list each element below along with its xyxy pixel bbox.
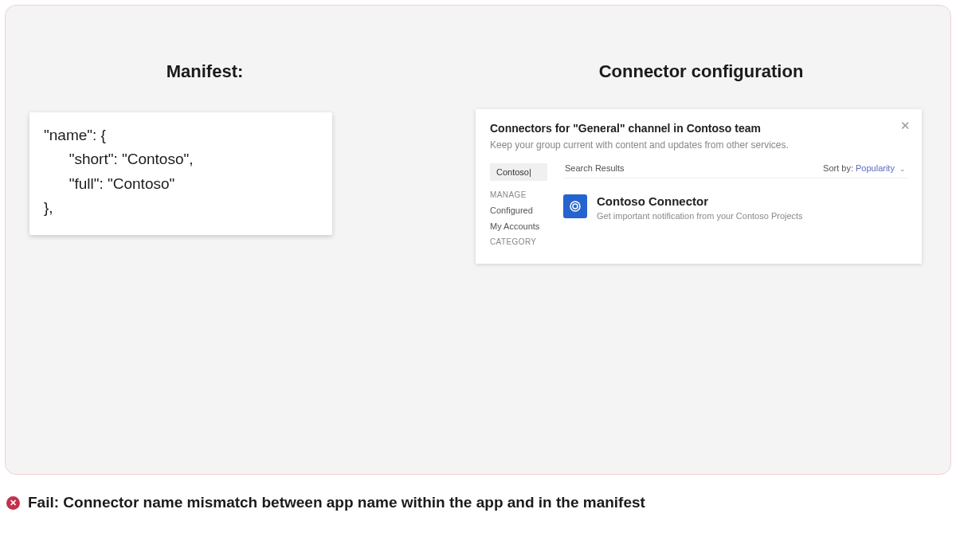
connector-dialog: ✕ Connectors for "General" channel in Co… xyxy=(476,109,922,264)
connector-result-text: Contoso Connector Get important notifica… xyxy=(597,194,803,221)
dialog-sidebar: Contoso| MANAGE Configured My Accounts C… xyxy=(490,163,563,253)
dialog-title: Connectors for "General" channel in Cont… xyxy=(490,122,907,135)
dialog-subtitle: Keep your group current with content and… xyxy=(490,139,907,151)
connector-heading: Connector configuration xyxy=(476,61,927,82)
sort-by-label: Sort by: xyxy=(823,163,853,173)
sidebar-manage-label: MANAGE xyxy=(490,190,563,199)
connector-app-icon xyxy=(563,194,587,218)
results-header: Search Results Sort by: Popularity ⌄ xyxy=(563,163,907,178)
chevron-down-icon: ⌄ xyxy=(899,165,906,173)
connector-app-description: Get important notification from your Con… xyxy=(597,211,803,221)
fail-text: Fail: Connector name mismatch between ap… xyxy=(28,494,645,511)
comparison-frame: Manifest: "name": { "short": "Contoso", … xyxy=(5,5,951,475)
sidebar-item-configured[interactable]: Configured xyxy=(490,206,563,215)
fail-icon: ✕ xyxy=(6,496,20,510)
results-area: Search Results Sort by: Popularity ⌄ xyxy=(563,163,907,253)
svg-point-1 xyxy=(573,204,578,209)
connector-column: Connector configuration ✕ Connectors for… xyxy=(476,61,927,264)
connector-result-item[interactable]: Contoso Connector Get important notifica… xyxy=(563,194,907,221)
sort-by[interactable]: Sort by: Popularity ⌄ xyxy=(823,163,906,173)
search-results-label: Search Results xyxy=(565,163,625,173)
fail-message-row: ✕ Fail: Connector name mismatch between … xyxy=(5,494,951,511)
dialog-body: Contoso| MANAGE Configured My Accounts C… xyxy=(490,163,907,253)
manifest-code-card: "name": { "short": "Contoso", "full": "C… xyxy=(29,112,332,235)
connector-app-name: Contoso Connector xyxy=(597,194,803,208)
svg-point-0 xyxy=(570,202,580,211)
manifest-heading: Manifest: xyxy=(77,61,332,82)
sidebar-category-label: CATEGORY xyxy=(490,237,563,246)
sidebar-item-my-accounts[interactable]: My Accounts xyxy=(490,221,563,231)
columns: Manifest: "name": { "short": "Contoso", … xyxy=(29,61,927,264)
search-input[interactable]: Contoso| xyxy=(490,163,547,181)
sort-by-value: Popularity xyxy=(856,163,895,173)
close-icon[interactable]: ✕ xyxy=(900,119,911,133)
manifest-column: Manifest: "name": { "short": "Contoso", … xyxy=(29,61,332,264)
